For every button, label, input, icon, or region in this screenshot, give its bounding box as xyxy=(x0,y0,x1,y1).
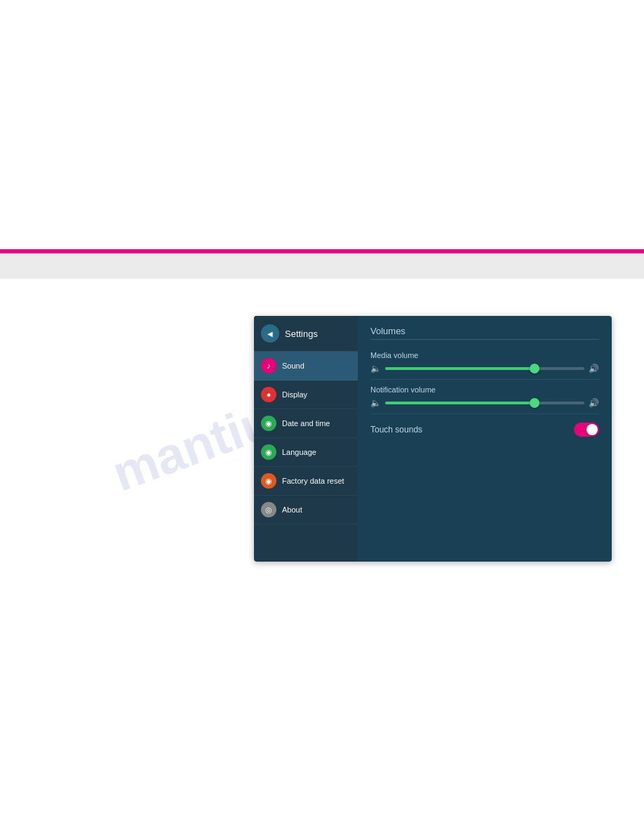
media-volume-track[interactable] xyxy=(385,367,584,370)
notif-vol-high-icon: 🔊 xyxy=(589,398,599,408)
sidebar-item-sound[interactable]: ♪ Sound xyxy=(254,352,358,380)
notification-volume-thumb[interactable] xyxy=(530,398,539,408)
settings-title: Settings xyxy=(285,329,318,339)
sidebar-label-factory: Factory data reset xyxy=(282,477,344,485)
notification-volume-row: Notification volume 🔈 🔊 xyxy=(370,380,599,414)
sidebar-label-about: About xyxy=(282,505,302,514)
media-volume-label: Media volume xyxy=(370,351,599,359)
notification-volume-fill xyxy=(385,402,535,404)
settings-panel: Settings ♪ Sound ● Display ◉ Date and ti… xyxy=(254,316,612,562)
sidebar-label-language: Language xyxy=(282,448,316,456)
language-icon: ◉ xyxy=(261,444,276,460)
datetime-icon: ◉ xyxy=(261,416,276,431)
touch-sounds-toggle[interactable] xyxy=(574,423,599,437)
factory-icon: ◉ xyxy=(261,473,276,489)
about-icon: ◎ xyxy=(261,502,276,517)
content-panel: Volumes Media volume 🔈 🔊 Notification vo… xyxy=(358,316,612,562)
sidebar-label-datetime: Date and time xyxy=(282,419,330,428)
touch-sounds-label: Touch sounds xyxy=(370,425,422,435)
media-volume-slider-container: 🔈 🔊 xyxy=(370,364,599,373)
notification-volume-track[interactable] xyxy=(385,402,584,404)
sidebar-label-sound: Sound xyxy=(282,362,304,370)
back-button[interactable] xyxy=(261,324,279,343)
sidebar-item-datetime[interactable]: ◉ Date and time xyxy=(254,409,358,438)
sidebar-item-factory[interactable]: ◉ Factory data reset xyxy=(254,467,358,496)
sidebar-header: Settings xyxy=(254,316,358,352)
sidebar-label-display: Display xyxy=(282,390,307,399)
sidebar-item-language[interactable]: ◉ Language xyxy=(254,438,358,467)
media-volume-fill xyxy=(385,367,535,370)
notification-volume-slider-container: 🔈 🔊 xyxy=(370,398,599,408)
touch-sounds-row: Touch sounds xyxy=(370,414,599,445)
media-vol-low-icon: 🔈 xyxy=(370,364,381,373)
sidebar-item-display[interactable]: ● Display xyxy=(254,380,358,409)
settings-sidebar: Settings ♪ Sound ● Display ◉ Date and ti… xyxy=(254,316,358,562)
notif-vol-low-icon: 🔈 xyxy=(370,398,381,408)
sidebar-item-about[interactable]: ◎ About xyxy=(254,496,358,524)
media-volume-thumb[interactable] xyxy=(530,364,539,373)
notification-volume-label: Notification volume xyxy=(370,385,599,394)
media-volume-row: Media volume 🔈 🔊 xyxy=(370,345,599,380)
volumes-section-title: Volumes xyxy=(370,326,599,340)
display-icon: ● xyxy=(261,387,276,402)
sound-icon: ♪ xyxy=(261,358,276,373)
media-vol-high-icon: 🔊 xyxy=(589,364,599,373)
gray-bar xyxy=(0,253,644,279)
